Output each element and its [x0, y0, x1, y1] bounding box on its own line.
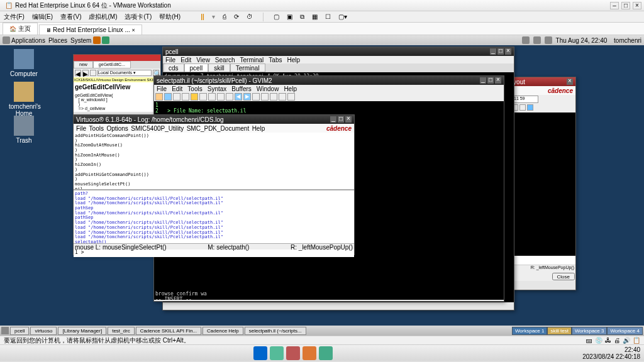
undo-icon[interactable] — [191, 93, 198, 101]
paste-icon[interactable] — [226, 93, 233, 101]
taskbar-item[interactable]: pcell — [10, 327, 29, 335]
terminal-tab[interactable]: cds — [163, 63, 184, 72]
close-button[interactable]: × — [567, 79, 573, 85]
gvim-buffer[interactable]: 1 2 > File Name: selectpath.il 3 > Autho… — [154, 101, 504, 112]
layout-canvas[interactable] — [504, 112, 575, 256]
tool-icon[interactable] — [173, 93, 180, 101]
menu-view[interactable]: 查看(V) — [60, 13, 81, 21]
gvim-titlebar[interactable]: selectpath.il (~/scripts/skill/Pcell) - … — [154, 76, 504, 85]
tray-icon[interactable]: 💿 — [595, 337, 602, 344]
save-icon[interactable] — [164, 93, 172, 101]
maximize-button[interactable]: □ — [487, 77, 494, 84]
open-icon[interactable] — [155, 93, 163, 101]
toolbar-btn[interactable]: ▣ — [287, 13, 292, 20]
close-button[interactable]: × — [345, 116, 352, 123]
layout-titlebar[interactable]: Layout × — [504, 77, 575, 86]
workspace-switcher[interactable]: Workspace 3 — [572, 327, 608, 335]
desktop-trash-icon[interactable]: Trash — [9, 116, 39, 144]
tool-icon[interactable] — [279, 93, 286, 101]
taskbar-item[interactable]: selectpath.il (~/scripts... — [245, 327, 306, 335]
terminal-tab[interactable]: Terminal — [230, 63, 265, 72]
show-desktop-icon[interactable] — [1, 327, 9, 334]
taskbar-app-icon[interactable] — [286, 346, 300, 360]
tray-icon[interactable]: 🖨 — [614, 337, 620, 344]
terminal-tab[interactable]: skill — [208, 63, 230, 72]
close-button[interactable]: × — [495, 77, 501, 84]
ciw-log-bottom[interactable]: path? load "/home/tomchenri/scripts/skil… — [74, 190, 354, 243]
toolbar-btn[interactable]: ▢▾ — [338, 13, 347, 20]
toolbar-btn[interactable]: ⏱ — [247, 13, 253, 20]
fwd-icon[interactable]: ▶ — [82, 70, 89, 76]
windows-clock[interactable]: 22:402023/08/24 22:40:18 — [582, 346, 640, 360]
menu-file[interactable]: 文件(F) — [4, 13, 25, 21]
toolbar-btn[interactable]: ⟳ — [234, 13, 239, 20]
toolbar-btn[interactable]: ⎙ — [223, 13, 226, 20]
tool-icon[interactable] — [527, 104, 533, 111]
taskbar-item[interactable]: [Library Manager] — [58, 327, 106, 335]
taskbar-item[interactable]: Cadence Help — [203, 327, 243, 335]
tool-icon[interactable] — [252, 93, 260, 101]
close-button[interactable]: × — [505, 48, 511, 55]
toolbar-btn[interactable]: ▦ — [312, 13, 318, 20]
clock[interactable]: Thu Aug 24, 22:40 — [556, 37, 608, 44]
terminal-tab[interactable]: pcell — [184, 63, 209, 72]
tool-icon[interactable] — [261, 93, 269, 101]
cut-icon[interactable] — [208, 93, 216, 101]
menu-tabs[interactable]: 选项卡(T) — [125, 13, 152, 21]
menu-applications[interactable]: Applications — [11, 37, 45, 44]
toolbar-btn[interactable]: ⧉ — [300, 13, 304, 21]
ciw-log-top[interactable]: addPointHiGetCommandPoint()) ) hiZoomOut… — [74, 133, 354, 190]
tray-icon[interactable] — [522, 36, 530, 44]
user-menu[interactable]: tomchenri — [614, 37, 641, 44]
tray-icon[interactable] — [545, 36, 552, 44]
tool-icon[interactable] — [199, 93, 207, 101]
copy-icon[interactable] — [217, 93, 225, 101]
menu-vm[interactable]: 虚拟机(M) — [89, 13, 117, 21]
taskbar-vmware-icon[interactable] — [319, 346, 333, 360]
taskbar-item[interactable]: Cadence SKILL API Fin... — [136, 327, 201, 335]
tool-icon[interactable] — [90, 70, 96, 76]
tray-icon[interactable]: 🖴 — [586, 337, 592, 344]
taskbar-item[interactable]: test_drc — [108, 327, 134, 335]
tray-icon[interactable] — [533, 36, 541, 44]
workspace-switcher[interactable]: Workspace 4 — [607, 327, 643, 335]
firefox-icon[interactable] — [93, 36, 101, 44]
taskbar-app-icon[interactable] — [303, 346, 316, 360]
maximize-button[interactable]: □ — [338, 116, 344, 123]
tray-icon[interactable]: 🔊 — [623, 337, 630, 344]
tab-home[interactable]: 🏠 主页 — [3, 23, 38, 35]
tray-icon[interactable]: 🖧 — [605, 337, 611, 344]
workspace-switcher[interactable]: skill test — [547, 327, 571, 335]
tool-icon[interactable] — [519, 104, 526, 111]
menu-system[interactable]: System — [70, 37, 91, 44]
taskbar-item[interactable]: virtuoso — [30, 327, 57, 335]
tool-icon[interactable] — [270, 93, 277, 101]
doc-crumb[interactable]: Local Documents ▾ — [97, 70, 152, 76]
virtuoso-titlebar[interactable]: Virtuoso® 6.1.8-64b - Log: /home/tomchen… — [74, 115, 354, 124]
start-button[interactable] — [253, 346, 267, 360]
menu-places[interactable]: Places — [48, 37, 67, 44]
taskbar-app-icon[interactable] — [270, 346, 284, 360]
menu-edit[interactable]: 编辑(E) — [32, 13, 53, 21]
doc-titlebar[interactable] — [74, 55, 160, 61]
pause-button[interactable]: || — [201, 13, 204, 20]
toolbar-btn[interactable]: ☐ — [325, 13, 331, 20]
terminal-titlebar[interactable]: pcell _□× — [163, 47, 514, 56]
app-icon[interactable] — [102, 36, 109, 44]
close-button[interactable]: Close — [552, 273, 575, 280]
minimize-button[interactable]: – — [610, 2, 619, 9]
maximize-button[interactable]: □ — [621, 2, 630, 9]
tray-icon[interactable]: 📋 — [633, 337, 640, 344]
maximize-button[interactable]: □ — [497, 48, 504, 55]
tool-icon[interactable] — [182, 93, 189, 101]
minimize-button[interactable]: _ — [480, 77, 486, 84]
close-button[interactable]: × — [633, 2, 641, 9]
workspace-switcher[interactable]: Workspace 1 — [512, 327, 548, 335]
desktop-computer-icon[interactable]: Computer — [9, 49, 39, 77]
minimize-button[interactable]: _ — [490, 48, 496, 55]
tool-icon[interactable] — [287, 93, 295, 101]
desktop-home-icon[interactable]: tomchenri's Home — [9, 82, 39, 117]
minimize-button[interactable]: _ — [330, 116, 336, 123]
apps-icon[interactable] — [3, 36, 10, 44]
toolbar-btn[interactable]: ▢ — [274, 13, 279, 20]
